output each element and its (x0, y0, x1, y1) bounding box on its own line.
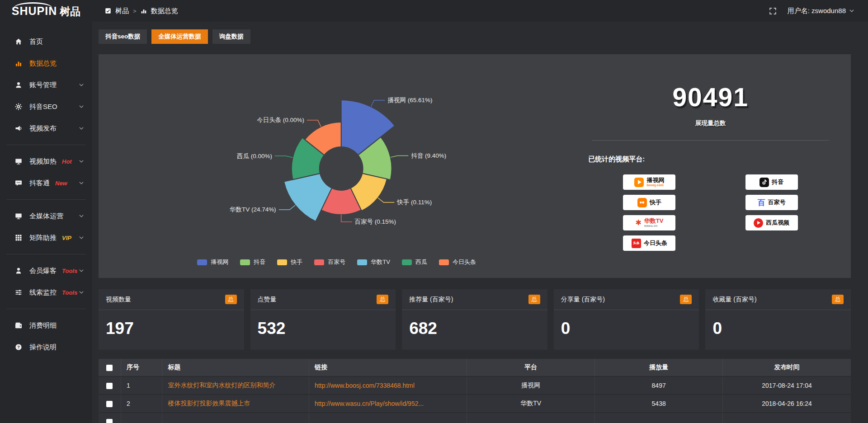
cell-url-link[interactable]: http://www.wasu.cn/Play/show/id/952... (315, 400, 424, 407)
platform-badge-百家号[interactable]: 百百家号 (745, 195, 798, 210)
stat-card-0: 视频数量总197 (99, 289, 244, 350)
chevron-down-icon (79, 213, 84, 219)
breadcrumb-root[interactable]: 树品 (115, 7, 129, 15)
row-checkbox[interactable] (106, 401, 113, 407)
sidebar-item-1[interactable]: 数据总览 (0, 52, 92, 74)
sidebar-item-4[interactable]: 视频发布 (0, 118, 92, 139)
svg-text:?: ? (17, 345, 20, 349)
impressions-total: 90491 (588, 82, 833, 112)
col-header-4[interactable]: 播放量 (595, 359, 723, 376)
impressions-caption: 展现量总数 (588, 119, 833, 127)
col-header-0[interactable]: 序号 (121, 359, 163, 376)
legend-item-百家号[interactable]: 百家号 (314, 258, 345, 266)
chevron-down-icon (79, 268, 84, 273)
platform-badge-快手[interactable]: 快手 (623, 195, 675, 210)
cell-time: 2018-04-26 16:24 (723, 395, 851, 412)
sidebar-divider (6, 254, 86, 254)
table-row-2 (99, 413, 851, 423)
tab-0[interactable]: 抖音seo数据 (99, 29, 147, 44)
platform-badge-西瓜视频[interactable]: 西瓜视频 (745, 215, 798, 230)
cell-platform: 华数TV (467, 395, 595, 412)
legend-item-播视网[interactable]: 播视网 (197, 258, 228, 266)
sidebar-item-label: 抖客通 (29, 179, 50, 188)
sidebar-item-8[interactable]: 矩阵助推VIP (0, 227, 92, 249)
legend-item-抖音[interactable]: 抖音 (240, 258, 265, 266)
total-badge[interactable]: 总 (377, 295, 388, 304)
stat-card-value: 0 (554, 310, 699, 350)
gear-icon (15, 103, 22, 110)
platform-name: 快手 (650, 199, 661, 206)
overview-panel: 播视网 (65.61%)抖音 (9.40%)快手 (0.11%)百家号 (0.1… (99, 54, 851, 278)
user-menu[interactable]: 用户名: zswodun88 (788, 7, 854, 15)
chevron-down-icon (79, 126, 84, 131)
stat-card-value: 532 (250, 310, 396, 350)
pie-label: 播视网 (65.61%) (387, 97, 432, 103)
cell-title-link[interactable]: 室外水纹灯和室内水纹灯的区别和简介 (168, 381, 275, 389)
platform-sub: boosj.com (646, 183, 664, 187)
sidebar-item-badge: New (55, 180, 67, 187)
platform-badge-今日头条[interactable]: 头条今日头条 (623, 235, 675, 251)
cell-index: 1 (121, 377, 163, 394)
sidebar-item-6[interactable]: 抖客通New (0, 172, 92, 194)
table-header-row: 序号标题链接平台播放量发布时间 (99, 359, 851, 376)
total-badge[interactable]: 总 (832, 295, 844, 304)
megaphone-icon (15, 125, 22, 132)
table-row-1: 2楼体投影灯投影效果震撼上市http://www.wasu.cn/Play/sh… (99, 395, 851, 412)
sidebar-item-0[interactable]: 首页 (0, 31, 92, 52)
pie-label: 百家号 (0.15%) (355, 218, 396, 225)
cell-title-link[interactable]: 楼体投影灯投影效果震撼上市 (168, 400, 250, 407)
sidebar-item-7[interactable]: 全媒体运营 (0, 205, 92, 227)
legend-item-今日头条[interactable]: 今日头条 (439, 258, 476, 266)
legend-swatch (197, 259, 207, 265)
logo-text-en: SHUPIN (12, 5, 57, 17)
sidebar-item-12[interactable]: ?操作说明 (0, 336, 92, 358)
platform-badge-华数TV[interactable]: ✱华数TVwasu.cn (623, 215, 675, 230)
sidebar-item-2[interactable]: 账号管理 (0, 74, 92, 96)
platform-name: 播视网 (646, 177, 664, 183)
user-icon (15, 81, 22, 89)
sidebar-item-10[interactable]: 线索监控Tools (0, 282, 92, 303)
total-badge[interactable]: 总 (680, 295, 692, 304)
sidebar-item-3[interactable]: 抖音SEO (0, 96, 92, 118)
select-all-checkbox[interactable] (106, 365, 113, 371)
sidebar-item-label: 账号管理 (29, 81, 57, 89)
row-checkbox[interactable] (106, 383, 113, 389)
platform-badge-播视网[interactable]: 播视网boosj.com (623, 174, 675, 190)
monitor-icon (15, 212, 22, 220)
legend-label: 今日头条 (453, 258, 476, 266)
col-header-1[interactable]: 标题 (162, 359, 309, 376)
breadcrumb-current[interactable]: 数据总览 (151, 7, 178, 15)
cell-index (121, 413, 163, 423)
total-badge[interactable]: 总 (528, 295, 540, 304)
row-checkbox[interactable] (106, 419, 113, 423)
app-grid-icon (105, 8, 111, 14)
topbar: SHUPIN 树品 树品 > 数据总览 用户名: zswodun88 (0, 0, 868, 22)
help-icon: ? (15, 343, 22, 351)
fullscreen-icon[interactable] (769, 7, 777, 15)
summary-divider (592, 140, 829, 141)
pie-label-line (378, 198, 394, 202)
sidebar-item-badge: Tools (62, 268, 77, 274)
sidebar-item-9[interactable]: 会员爆客Tools (0, 260, 92, 282)
pie-slice-华数TV[interactable] (284, 174, 332, 221)
chevron-down-icon (79, 290, 84, 295)
tab-2[interactable]: 询盘数据 (212, 29, 250, 44)
sidebar-item-11[interactable]: 消费明细 (0, 315, 92, 336)
legend-item-快手[interactable]: 快手 (277, 258, 302, 266)
legend-item-西瓜[interactable]: 西瓜 (402, 258, 427, 266)
col-header-5[interactable]: 发布时间 (723, 359, 851, 376)
chevron-down-icon (79, 235, 84, 240)
col-header-2[interactable]: 链接 (309, 359, 467, 376)
col-header-3[interactable]: 平台 (467, 359, 595, 376)
platform-badge-抖音[interactable]: 抖音 (745, 174, 798, 190)
sidebar-item-badge: Hot (62, 158, 72, 165)
total-badge[interactable]: 总 (225, 295, 237, 304)
tab-1[interactable]: 全媒体运营数据 (151, 29, 208, 44)
rose-pie-chart[interactable]: 播视网 (65.61%)抖音 (9.40%)快手 (0.11%)百家号 (0.1… (99, 54, 575, 278)
platform-name: 今日头条 (644, 240, 667, 246)
pie-label-line (307, 120, 321, 127)
sidebar-item-5[interactable]: 视频加热Hot (0, 150, 92, 172)
legend-item-华数TV[interactable]: 华数TV (357, 258, 390, 266)
cell-url-link[interactable]: http://www.boosj.com/7338468.html (315, 382, 415, 389)
stat-card-2: 推荐量 (百家号)总682 (402, 289, 547, 350)
